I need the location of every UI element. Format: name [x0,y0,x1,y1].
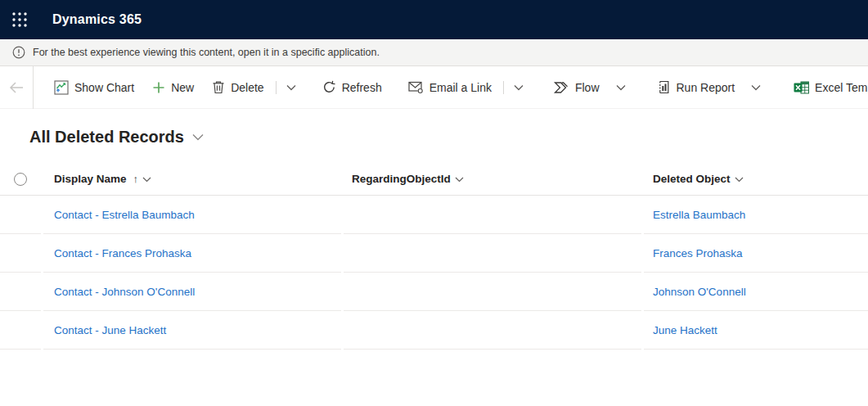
new-label: New [171,81,194,94]
show-chart-button[interactable]: Show Chart [45,73,143,102]
record-link[interactable]: Contact - June Hackett [54,324,166,336]
view-selector[interactable]: All Deleted Records [29,128,868,147]
deleted-object-link[interactable]: Estrella Baumbach [653,209,745,221]
select-all-checkbox[interactable] [14,173,27,186]
deleted-object-link[interactable]: Johnson O'Connell [653,286,746,298]
grid-header-row: Display Name ↑ RegardingObjectId Deleted… [0,163,868,196]
delete-label: Delete [231,81,263,94]
sort-ascending-icon: ↑ [133,173,139,185]
records-grid: Display Name ↑ RegardingObjectId Deleted… [0,163,868,350]
record-link[interactable]: Contact - Johnson O'Connell [54,286,195,298]
column-menu-chevron-icon[interactable] [142,177,151,183]
email-link-icon [408,80,424,94]
excel-templates-button[interactable]: Excel Temp [785,73,868,102]
view-selector-chevron-icon[interactable] [192,133,204,141]
deleted-object-header-label: Deleted Object [653,173,731,185]
info-icon [12,46,25,59]
table-row[interactable]: Contact - June Hackett June Hackett [0,311,868,350]
excel-templates-label: Excel Temp [815,81,868,94]
info-banner: For the best experience viewing this con… [0,39,868,65]
flow-more-button[interactable] [609,73,633,102]
flow-icon [553,81,569,94]
record-link[interactable]: Contact - Frances Prohaska [54,247,191,259]
chevron-down-icon [514,84,524,91]
regarding-object-id-header-label: RegardingObjectId [352,173,451,185]
app-launcher-waffle-icon[interactable] [0,0,39,39]
table-row[interactable]: Contact - Johnson O'Connell Johnson O'Co… [0,273,868,311]
run-report-label: Run Report [677,81,735,94]
column-header-regarding-object-id[interactable]: RegardingObjectId [344,173,641,185]
command-bar-divider [33,66,34,109]
display-name-header-label: Display Name [54,173,127,185]
run-report-more-button[interactable] [744,73,768,102]
deleted-object-link[interactable]: Frances Prohaska [653,247,743,259]
refresh-button[interactable]: Refresh [313,73,391,102]
column-header-display-name[interactable]: Display Name ↑ [43,173,341,185]
column-menu-chevron-icon[interactable] [735,177,744,183]
regarding-cell [344,273,641,311]
refresh-label: Refresh [342,81,382,94]
new-button[interactable]: New [143,73,203,102]
flow-button[interactable]: Flow [544,73,609,102]
back-arrow-icon [9,82,24,93]
row-select-cell[interactable] [0,234,41,273]
excel-icon [794,81,809,94]
regarding-cell [344,196,641,234]
row-select-cell[interactable] [0,311,41,350]
record-link[interactable]: Contact - Estrella Baumbach [54,209,195,221]
delete-more-button[interactable] [279,73,304,102]
table-row[interactable]: Contact - Estrella Baumbach Estrella Bau… [0,196,868,234]
column-header-deleted-object[interactable]: Deleted Object [644,173,868,185]
banner-message: For the best experience viewing this con… [33,47,380,58]
split-divider [276,81,277,94]
trash-icon [212,80,225,94]
email-a-link-button[interactable]: Email a Link [399,73,501,102]
top-app-bar: Dynamics 365 [0,0,868,39]
select-all-cell [0,173,41,186]
app-title[interactable]: Dynamics 365 [52,12,142,27]
chart-icon [54,80,69,95]
show-chart-label: Show Chart [74,81,134,94]
chevron-down-icon [751,84,761,91]
deleted-object-link[interactable]: June Hackett [653,324,717,336]
flow-label: Flow [575,81,600,94]
row-select-cell[interactable] [0,196,41,234]
delete-button[interactable]: Delete [203,73,272,102]
chevron-down-icon [616,84,626,91]
email-more-button[interactable] [506,73,531,102]
table-row[interactable]: Contact - Frances Prohaska Frances Proha… [0,234,868,273]
command-bar: Show Chart New Delete [0,65,868,109]
chevron-down-icon [286,84,296,91]
regarding-cell [344,234,641,273]
report-icon [657,80,671,94]
email-a-link-label: Email a Link [430,81,492,94]
split-divider [503,81,504,94]
regarding-cell [344,311,641,350]
row-select-cell[interactable] [0,273,41,311]
refresh-icon [322,80,336,94]
back-button[interactable] [0,66,33,108]
plus-icon [152,81,165,94]
column-menu-chevron-icon[interactable] [455,177,464,183]
run-report-button[interactable]: Run Report [648,73,744,102]
page-title: All Deleted Records [29,128,184,147]
